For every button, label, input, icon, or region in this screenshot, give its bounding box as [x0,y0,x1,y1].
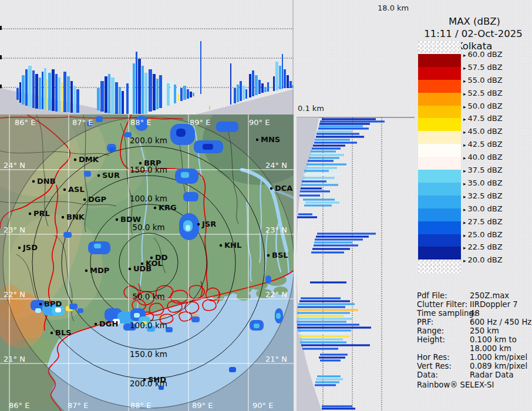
city-dot [32,180,35,183]
echo-bar [304,204,332,206]
echo-bar [312,147,341,149]
echo-bar [300,341,346,343]
echo-bar [314,241,352,243]
city-dot [256,139,258,141]
meta-label: Vert Res: [417,362,452,370]
echo-bar [209,106,210,110]
echo-blob [203,144,213,150]
legend-swatch [418,41,461,54]
city-dot [29,213,31,215]
city-dot [129,268,131,270]
echo-bar [298,213,312,215]
echo-bar [317,375,341,377]
echo-bar [279,66,281,89]
echo-bar [52,69,55,111]
meta-value: 0.100 km to [470,335,517,344]
echo-bar [317,233,376,234]
echo-bar [299,300,350,302]
echo-bar [264,87,267,92]
echo-bar [314,142,357,143]
echo-blob [134,313,140,318]
echo-bar [58,78,60,112]
echo-bar [144,73,147,114]
echo-blob [229,367,236,372]
echo-bar [261,83,264,93]
legend-swatch [418,183,461,196]
echo-bar [313,144,345,146]
tick-arrow-icon: ▸ [463,180,466,186]
echo-bar [46,79,48,110]
echo-bar [138,59,141,114]
echo-bar [301,184,338,186]
axis-tick [0,85,2,89]
echo-blob [35,308,41,313]
tick-arrow-icon: ▸ [463,65,466,70]
echo-bar [316,133,359,134]
echo-bar [315,381,339,383]
echo-bar [149,69,152,112]
echo-bar [170,81,173,105]
ring-label: 50.0 km [132,223,164,232]
tick-arrow-icon: ▸ [463,232,466,238]
tick-arrow-icon: ▸ [463,52,466,58]
city-label: DCA [275,184,292,193]
legend-label: ▸32.5 dBZ [463,191,503,200]
legend-label: ▸57.5 dBZ [463,62,503,71]
echo-bar [301,297,341,299]
echo-bar [311,150,336,152]
echo-bar [39,78,41,109]
city-label: UDB [133,264,151,273]
echo-bar [255,75,258,95]
echo-bar [97,88,100,110]
meta-value: 250 km [470,326,499,335]
city-label: KHL [224,241,241,250]
lon-label: 87° E [68,401,88,410]
lon-label: 86° E [9,401,29,410]
meta-label: Height: [417,335,445,344]
lat-label: 24° N [265,161,287,170]
echo-bar [297,312,350,314]
legend-label: ▸25.0 dBZ [463,230,503,238]
echo-bar [25,69,28,106]
tick-arrow-icon: ▸ [463,78,466,83]
city-dot [139,162,142,164]
legend-swatch [418,67,461,80]
legend-swatch [418,80,461,93]
meta-label: Time sampling: [417,309,476,318]
echo-blob [191,316,200,322]
city-label: DGP [88,195,106,204]
top-cross-section-panel [0,0,294,114]
city-label: BPD [44,299,62,308]
meta-value: 0.089 km/pixel [470,362,527,370]
echo-bar [317,130,352,132]
city-label: BLS [55,328,72,337]
ring-label: 200.0 km [130,136,167,145]
legend-swatch [418,157,461,170]
echo-bar [309,154,344,156]
echo-bar [234,88,236,103]
city-dot [143,379,146,381]
legend-swatch [418,196,461,208]
echo-bar [22,75,25,105]
city-label: BSL [272,251,288,260]
echo-bar [319,125,363,127]
echo-blob [176,129,186,137]
radar-product-screen: 18.0 km 0.1 km [0,0,532,411]
echo-bar [252,70,254,96]
legend-swatch [418,170,461,183]
echo-bar [190,92,192,97]
echo-bar [67,76,70,112]
lat-label: 22° N [4,290,25,299]
tick-arrow-icon: ▸ [463,90,466,96]
echo-bar [310,281,346,283]
city-label: SHD [148,375,166,384]
echo-bar [320,120,385,122]
echo-bar [297,318,352,319]
tick-arrow-icon: ▸ [463,219,466,225]
tick-arrow-icon: ▸ [463,142,466,148]
echo-bar [55,74,58,112]
city-dot [62,216,64,218]
echo-bar [35,74,38,109]
city-label: SUR [102,171,120,180]
city-dot [116,218,118,221]
